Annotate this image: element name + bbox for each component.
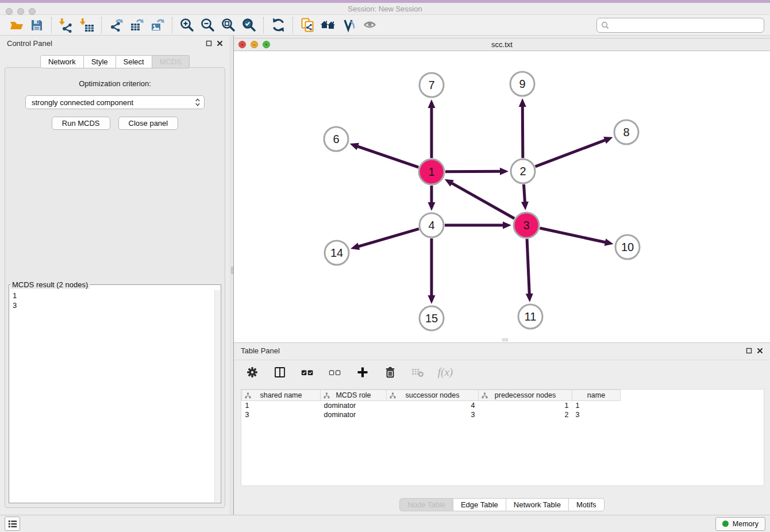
table-cell[interactable]: dominator [321,401,387,410]
tab-network[interactable]: Network [40,55,84,68]
show-columns-button[interactable] [272,364,288,380]
edge-2-8[interactable] [536,140,606,166]
table-cell[interactable]: 3 [387,410,479,419]
memory-button[interactable]: Memory [715,517,765,531]
node-14[interactable]: 14 [325,241,349,265]
table-cell[interactable]: 1 [572,401,621,410]
zoom-out-button[interactable] [197,16,218,34]
new-network-from-selection-button[interactable] [297,16,318,34]
node-6[interactable]: 6 [324,127,348,151]
node-3[interactable]: 3 [514,213,539,238]
edge-1-6[interactable] [357,146,418,167]
zoom-selected-button[interactable] [238,16,259,34]
trash-icon [384,366,396,379]
criterion-select[interactable]: strongly connected component [25,95,205,109]
open-session-button[interactable] [6,16,26,34]
edge-arrowhead [521,202,529,210]
export-image-button[interactable] [147,16,168,34]
task-history-button[interactable] [5,516,20,531]
add-row-button[interactable] [355,364,371,380]
tab-edge-table[interactable]: Edge Table [453,498,506,511]
export-network-button[interactable] [106,16,126,34]
table-cell[interactable]: 4 [387,401,479,410]
node-8[interactable]: 8 [614,120,638,144]
table-settings-button[interactable] [244,364,260,380]
tab-motifs[interactable]: Motifs [569,498,605,511]
zoom-in-button[interactable] [176,16,197,34]
search-input[interactable] [612,21,760,29]
edge-3-1[interactable] [451,183,514,218]
export-table-button[interactable] [126,16,147,34]
first-neighbors-button[interactable] [318,16,338,34]
close-panel-icon[interactable] [757,348,763,354]
splitter-grip[interactable] [231,267,233,274]
column-header-mcds-role[interactable]: MCDS role [321,390,387,401]
table-cell[interactable]: 1 [242,401,321,410]
column-header-shared-name[interactable]: shared name [242,390,321,401]
delete-table-button[interactable] [410,364,426,380]
float-panel-icon[interactable] [746,348,752,354]
edge-arrowhead [428,99,436,108]
column-header-predecessor-nodes[interactable]: predecessor nodes [479,390,572,401]
export-table-icon [129,17,145,33]
mcds-result-list[interactable]: 13 [10,290,214,502]
run-mcds-button[interactable]: Run MCDS [52,117,110,130]
node-label: 10 [621,241,634,253]
save-session-button[interactable] [26,16,47,34]
edge-2-3[interactable] [523,184,525,203]
node-table-grid: shared nameMCDS rolesuccessor nodesprede… [241,390,621,419]
tab-select[interactable]: Select [116,55,152,68]
columns-icon [274,366,286,379]
node-7[interactable]: 7 [419,73,444,97]
node-9[interactable]: 9 [510,72,534,96]
clone-network-icon [300,17,315,33]
import-table-button[interactable] [76,16,97,34]
deselect-all-button[interactable] [327,364,343,380]
tab-style[interactable]: Style [84,55,116,68]
node-label: 7 [428,79,434,91]
node-10[interactable]: 10 [615,235,640,259]
node-15[interactable]: 15 [419,306,444,330]
table-cell[interactable]: 2 [479,410,572,419]
column-header-successor-nodes[interactable]: successor nodes [387,390,479,401]
edge-2-9[interactable] [522,106,523,158]
table-cell[interactable]: dominator [321,410,387,419]
table-row[interactable]: 3dominator323 [242,410,621,419]
edge-3-11[interactable] [527,239,529,295]
close-panel-button[interactable]: Close panel [118,117,179,130]
table-cell[interactable]: 3 [242,410,321,419]
tab-node-table[interactable]: Node Table [399,498,453,511]
node-table: shared nameMCDS rolesuccessor nodesprede… [241,389,764,486]
horizontal-splitter[interactable] [234,338,770,342]
float-panel-icon[interactable] [206,40,212,47]
table-row[interactable]: 1dominator411 [242,401,621,410]
function-builder-button[interactable]: f(x) [437,364,453,380]
column-header-name[interactable]: name [572,390,621,401]
node-1[interactable]: 1 [419,159,444,184]
result-scrollbar[interactable] [214,290,220,502]
column-label: MCDS role [336,391,371,399]
table-cell[interactable]: 3 [572,410,621,419]
apply-layout-button[interactable] [268,16,288,34]
edge-1-2[interactable] [445,171,501,172]
node-2[interactable]: 2 [511,159,535,183]
zoom-fit-button[interactable] [218,16,238,34]
node-label: 1 [428,165,434,178]
network-canvas[interactable]: 7968124314101511 [234,52,770,338]
hide-selected-button[interactable] [359,16,380,34]
tab-mcds[interactable]: MCDS [152,55,190,68]
close-panel-icon[interactable] [217,40,223,47]
select-all-button[interactable] [299,364,315,380]
vertical-splitter[interactable] [230,36,234,515]
control-panel-header: Control Panel [0,36,230,51]
edge-3-10[interactable] [540,228,606,242]
import-network-button[interactable] [56,16,76,34]
edge-4-14[interactable] [357,229,418,246]
node-11[interactable]: 11 [518,304,542,329]
delete-row-button[interactable] [382,364,398,380]
splitter-grip[interactable] [502,338,508,341]
tab-network-table[interactable]: Network Table [506,498,569,511]
vizmapper-button[interactable] [338,16,359,34]
table-cell[interactable]: 1 [479,401,572,410]
node-4[interactable]: 4 [419,213,444,237]
